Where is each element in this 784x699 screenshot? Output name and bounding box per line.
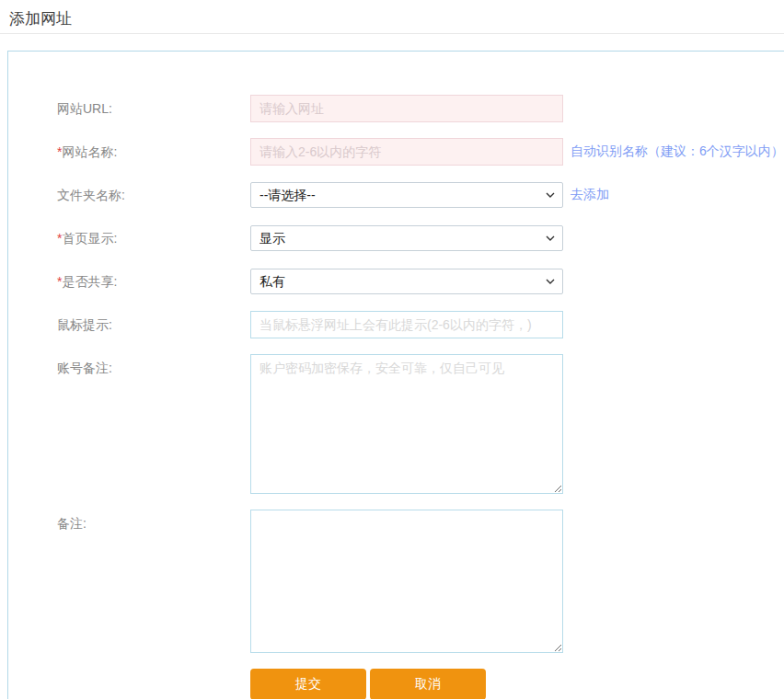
- submit-button[interactable]: 提交: [250, 669, 366, 699]
- field-row-website-url: 网站URL:: [57, 95, 784, 122]
- field-row-mouse-tip: 鼠标提示:: [57, 311, 784, 338]
- page-title: 添加网址: [0, 0, 784, 34]
- form-panel: 网站URL: *网站名称: 自动识别名称（建议：6个汉字以内） 文件夹名称: -…: [7, 51, 784, 699]
- button-row: 提交 取消: [57, 669, 784, 699]
- share-select[interactable]: 私有: [250, 269, 563, 294]
- note-label: 备注:: [57, 510, 250, 537]
- cancel-button[interactable]: 取消: [370, 669, 486, 699]
- website-url-input[interactable]: [250, 95, 563, 122]
- folder-label: 文件夹名称:: [57, 181, 250, 209]
- website-name-label: *网站名称:: [57, 138, 250, 166]
- account-note-label: 账号备注:: [57, 354, 250, 382]
- field-row-homepage-display: *首页显示: 显示: [57, 224, 784, 252]
- field-row-website-name: *网站名称: 自动识别名称（建议：6个汉字以内）: [57, 138, 784, 166]
- share-select-wrap: 私有: [250, 269, 563, 294]
- note-textarea[interactable]: [250, 510, 563, 653]
- field-row-folder: 文件夹名称: --请选择-- 去添加: [57, 181, 784, 209]
- homepage-display-label-text: 首页显示:: [62, 231, 117, 246]
- website-url-label: 网站URL:: [57, 95, 250, 122]
- field-row-note: 备注:: [57, 510, 784, 653]
- share-label: *是否共享:: [57, 268, 250, 295]
- homepage-display-select[interactable]: 显示: [250, 225, 563, 251]
- website-name-label-text: 网站名称:: [62, 144, 117, 159]
- mouse-tip-label: 鼠标提示:: [57, 311, 250, 338]
- folder-select[interactable]: --请选择--: [250, 182, 563, 208]
- mouse-tip-input[interactable]: [250, 311, 563, 338]
- homepage-display-label: *首页显示:: [57, 224, 250, 252]
- website-name-input[interactable]: [250, 138, 563, 166]
- homepage-display-select-wrap: 显示: [250, 225, 563, 251]
- field-row-account-note: 账号备注:: [57, 354, 784, 494]
- auto-detect-name-link[interactable]: 自动识别名称（建议：6个汉字以内）: [571, 143, 784, 160]
- share-label-text: 是否共享:: [62, 274, 117, 289]
- field-row-share: *是否共享: 私有: [57, 268, 784, 295]
- account-note-textarea[interactable]: [250, 354, 563, 494]
- folder-select-wrap: --请选择--: [250, 182, 563, 208]
- go-add-link[interactable]: 去添加: [571, 187, 609, 203]
